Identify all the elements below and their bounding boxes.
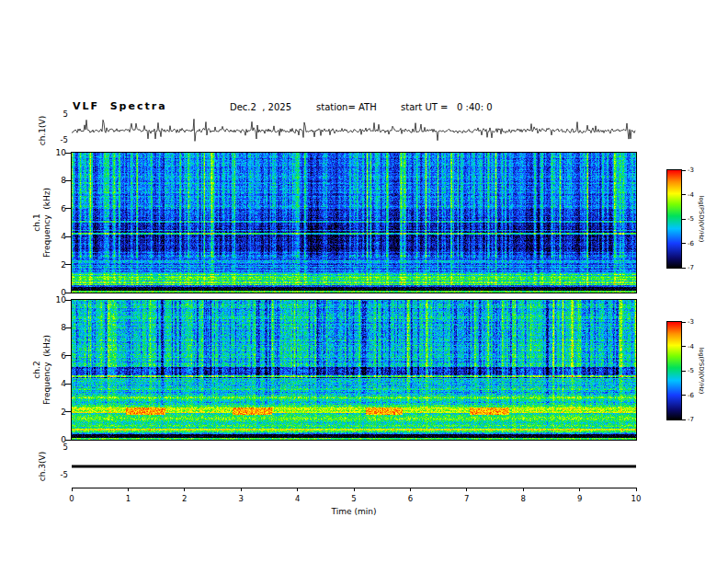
psd-colorbar-ch1-gradient: [667, 170, 681, 268]
time-tick-label: 6: [401, 494, 419, 503]
time-tick-mark: [466, 488, 467, 491]
time-tick-mark: [523, 488, 524, 491]
cbar-tick-mark: [682, 194, 686, 195]
ch2-spec-axis-label-line1: ch.2: [32, 361, 42, 378]
freq-tick-label: 2: [46, 260, 66, 270]
ch3-waveform-canvas: [72, 448, 636, 485]
cbar-tick-mark: [682, 371, 686, 372]
time-tick-mark: [72, 488, 73, 491]
time-tick-mark: [128, 488, 129, 491]
ch1-waveform-canvas: [72, 114, 636, 147]
ch1-spec-axis-label-line1: ch.1: [32, 213, 42, 231]
ch1-wave-ymin-label: -5: [53, 135, 68, 144]
cbar-tick-mark: [682, 395, 686, 396]
time-tick-label: 5: [345, 494, 363, 503]
time-tick-mark: [297, 488, 298, 491]
psd-colorbar-ch2: [666, 321, 682, 420]
time-tick-label: 3: [232, 494, 250, 503]
psd-colorbar-ch1: [666, 169, 682, 269]
ch1-spectrogram-frame: [71, 152, 637, 293]
freq-tick-label: 4: [46, 379, 66, 388]
ch2-spec-axis-label-line2: Frequency (kHz): [42, 335, 52, 405]
ch2-spec-axis-label: ch.2 Frequency (kHz): [32, 301, 52, 439]
time-tick-label: 9: [571, 494, 589, 503]
cbar-tick-label: -3: [688, 318, 704, 326]
ch1-wave-ymax-label: 5: [53, 109, 68, 119]
ch2-spectrogram-frame: [71, 299, 637, 441]
time-tick-mark: [184, 488, 185, 491]
ch1-spectrogram-canvas: [72, 153, 636, 293]
ch3-wave-axis-label: ch.3(V): [37, 439, 48, 494]
freq-tick-label: 8: [46, 323, 66, 332]
time-tick-mark: [636, 488, 637, 491]
cbar-tick-mark: [682, 219, 686, 220]
time-tick-mark: [354, 488, 355, 491]
cbar-tick-mark: [682, 322, 686, 323]
cbar-tick-label: -4: [688, 191, 704, 199]
freq-tick-label: 8: [46, 176, 66, 185]
cbar-tick-label: -3: [688, 167, 704, 174]
cbar-tick-label: -6: [688, 392, 704, 399]
plot-station: station= ATH: [316, 102, 377, 112]
plot-date: Dec.2 , 2025: [230, 102, 291, 112]
cbar-tick-label: -5: [688, 367, 704, 374]
ch1-spec-axis-label: ch.1 Frequency (kHz): [32, 154, 52, 292]
time-tick-label: 10: [627, 494, 645, 503]
cbar-tick-label: -5: [688, 215, 704, 223]
freq-tick-label: 6: [46, 351, 66, 361]
time-tick-label: 4: [289, 494, 307, 503]
cbar-tick-label: -7: [688, 416, 704, 423]
ch3-wave-ymin-label: -5: [53, 470, 68, 479]
time-tick-label: 2: [176, 494, 194, 503]
cbar-tick-mark: [682, 268, 686, 269]
cbar-tick-mark: [682, 243, 686, 244]
time-tick-label: 1: [119, 494, 137, 503]
cbar-tick-mark: [682, 419, 686, 420]
vlf-spectra-figure: VLF Spectra Dec.2 , 2025 station= ATH st…: [0, 0, 728, 563]
freq-tick-label: 0: [46, 435, 66, 444]
psd-colorbar-ch2-gradient: [667, 322, 681, 419]
time-axis-label: Time (min): [299, 507, 409, 516]
cbar-tick-label: -7: [688, 264, 704, 271]
time-tick-mark: [579, 488, 580, 491]
time-tick-label: 0: [63, 494, 81, 503]
cbar-tick-mark: [682, 170, 686, 171]
ch2-spectrogram-canvas: [72, 300, 636, 440]
cbar-tick-label: -4: [688, 343, 704, 350]
freq-tick-label: 6: [46, 204, 66, 213]
freq-tick-label: 4: [46, 232, 66, 241]
time-tick-mark: [241, 488, 242, 491]
freq-tick-label: 10: [46, 148, 66, 157]
time-tick-label: 8: [514, 494, 532, 503]
cbar-tick-mark: [682, 346, 686, 347]
plot-title: VLF Spectra: [73, 100, 167, 112]
time-tick-mark: [410, 488, 411, 491]
cbar-tick-label: -6: [688, 240, 704, 247]
freq-tick-label: 2: [46, 408, 66, 417]
plot-start-ut: start UT = 0 :40: 0: [401, 102, 493, 112]
time-tick-label: 7: [458, 494, 476, 503]
freq-tick-label: 10: [46, 295, 66, 304]
ch1-spec-axis-label-line2: Frequency (kHz): [42, 188, 52, 258]
